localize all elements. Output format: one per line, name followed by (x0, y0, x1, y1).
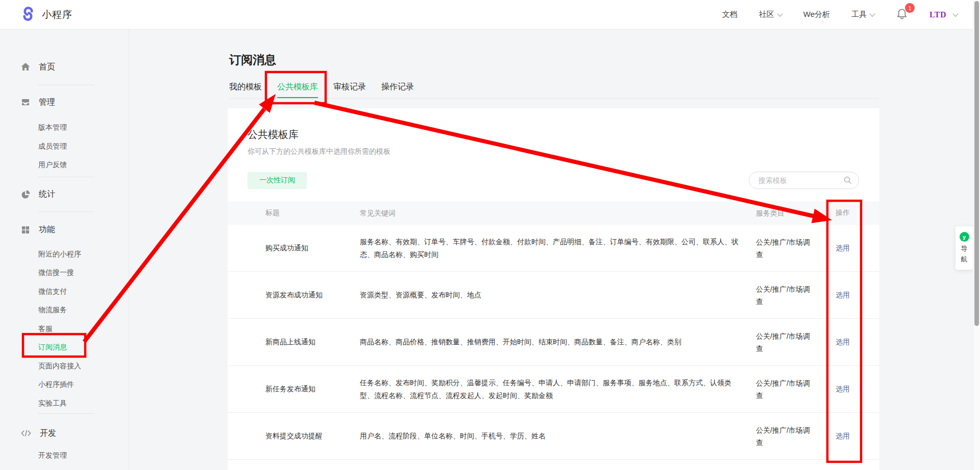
template-title-cell: 资源发布成功通知 (228, 291, 360, 300)
notification-bell-button[interactable]: 1 (896, 8, 908, 21)
template-category-cell: 公关/推广/市场调查 (756, 377, 827, 402)
search-icon (844, 176, 852, 184)
public-template-card: 公共模板库 你可从下方的公共模板库中选用你所需的模板 一次性订阅 标题 常见关键… (228, 108, 879, 470)
sidebar-item-develop[interactable]: 开发 (0, 427, 129, 440)
chevron-down-icon (777, 11, 782, 16)
page-title: 订阅消息 (229, 52, 276, 68)
nav-item-community[interactable]: 社区 (759, 10, 782, 19)
template-category-cell: 公关/推广/市场调查 (756, 330, 827, 355)
table-row: 新任务发布通知 任务名称、发布时间、奖励积分、温馨提示、任务编号、申请人、申请部… (228, 366, 879, 413)
scrollbar-track (973, 0, 980, 470)
template-title-cell: 购买成功通知 (228, 244, 360, 253)
account-logo: LTD (929, 10, 946, 19)
template-keywords-cell: 资源类型、资源概要、发布时间、地点 (360, 289, 756, 301)
sidebar-item-experimental-tools[interactable]: 实验工具 (0, 394, 129, 413)
sidebar-item-wechat-search[interactable]: 微信搜一搜 (0, 264, 129, 283)
select-template-link[interactable]: 选用 (836, 338, 850, 346)
sidebar-item-wechat-pay[interactable]: 微信支付 (0, 283, 129, 301)
nav-item-docs[interactable]: 文档 (722, 10, 738, 19)
template-title-cell: 新任务发布通知 (228, 385, 360, 394)
miniprogram-logo-icon[interactable] (20, 6, 36, 24)
col-header-keywords: 常见关键词 (360, 207, 756, 220)
template-category-cell: 公关/推广/市场调查 (756, 236, 827, 261)
pie-chart-icon (20, 190, 31, 200)
chevron-down-icon (952, 11, 958, 16)
floating-nav-button[interactable]: y 导 航 (955, 226, 973, 270)
select-template-link[interactable]: 选用 (836, 291, 850, 299)
col-header-title: 标题 (228, 208, 360, 218)
divider (38, 177, 94, 177)
sidebar-item-nearby-miniprogram[interactable]: 附近的小程序 (0, 245, 129, 264)
tab-public-library[interactable]: 公共模板库 (277, 82, 318, 97)
sidebar-item-logistics[interactable]: 物流服务 (0, 301, 129, 320)
nav-item-tools[interactable]: 工具 (851, 10, 874, 19)
tab-bar: 我的模板 公共模板库 审核记录 操作记录 (229, 82, 414, 97)
sidebar-item-user-feedback[interactable]: 用户反馈 (0, 156, 129, 175)
card-subheading: 你可从下方的公共模板库中选用你所需的模板 (248, 147, 859, 156)
table-row: 购买成功通知 服务名称、有效期、订单号、车牌号、付款金额、付款时间、产品明细、备… (228, 225, 879, 272)
table-row: 新商品上线通知 商品名称、商品价格、推销数量、推销费用、开始时间、结束时间、商品… (228, 319, 879, 366)
col-header-category: 服务类目 (756, 207, 827, 219)
template-title-cell: 新商品上线通知 (228, 338, 360, 347)
table-header: 标题 常见关键词 服务类目 操作 (228, 201, 879, 225)
sidebar-item-miniprogram-plugin[interactable]: 小程序插件 (0, 375, 129, 394)
template-keywords-cell: 任务名称、发布时间、奖励积分、温馨提示、任务编号、申请人、申请部门、服务事项、服… (360, 377, 756, 402)
table-row: 资源发布成功通知 资源类型、资源概要、发布时间、地点 公关/推广/市场调查 选用 (228, 272, 879, 319)
main-content: 订阅消息 我的模板 公共模板库 审核记录 操作记录 公共模板库 你可从下方的公共… (130, 30, 980, 470)
sidebar-item-subscribe-message[interactable]: 订阅消息 (0, 338, 129, 357)
app-title: 小程序 (42, 8, 72, 21)
sidebar-item-page-content-access[interactable]: 页面内容接入 (0, 357, 129, 376)
sidebar-item-home[interactable]: 首页 (0, 60, 129, 74)
nav-item-we-analytics[interactable]: We分析 (803, 10, 830, 19)
tab-operation-records[interactable]: 操作记录 (381, 82, 414, 97)
sidebar-item-customer-service[interactable]: 客服 (0, 320, 129, 339)
sidebar-item-version-management[interactable]: 版本管理 (0, 119, 129, 137)
search-template-box (749, 172, 859, 189)
search-input[interactable] (749, 172, 859, 189)
account-menu[interactable]: LTD (929, 10, 958, 19)
card-heading: 公共模板库 (248, 128, 859, 142)
template-keywords-cell: 用户名、流程阶段、单位名称、时间、手机号、学历、姓名 (360, 430, 756, 442)
nav-logo-icon: y (960, 232, 969, 242)
divider (38, 85, 94, 85)
select-template-link[interactable]: 选用 (836, 244, 850, 252)
divider (38, 413, 94, 414)
top-navbar: 小程序 文档 社区 We分析 工具 1 LTD (0, 0, 980, 30)
grid-icon (20, 225, 31, 235)
sidebar-item-statistics[interactable]: 统计 (0, 188, 129, 201)
code-icon (20, 428, 32, 438)
notification-count-badge: 1 (905, 3, 915, 13)
template-keywords-cell: 商品名称、商品价格、推销数量、推销费用、开始时间、结束时间、商品数量、备注、商户… (360, 336, 756, 348)
sidebar-item-member-management[interactable]: 成员管理 (0, 137, 129, 156)
table-row: 资料提交成功提醒 用户名、流程阶段、单位名称、时间、手机号、学历、姓名 公关/推… (228, 413, 879, 460)
home-icon (20, 62, 31, 72)
sidebar: 首页 管理 版本管理 成员管理 用户反馈 统计 功能 附近的小程序 微信搜一搜 … (0, 30, 129, 470)
select-template-link[interactable]: 选用 (836, 385, 850, 393)
sidebar-item-dev-management[interactable]: 开发管理 (0, 447, 129, 465)
chevron-down-icon (869, 11, 875, 16)
tab-my-templates[interactable]: 我的模板 (229, 82, 262, 97)
template-category-cell: 公关/推广/市场调查 (756, 424, 827, 449)
template-keywords-cell: 服务名称、有效期、订单号、车牌号、付款金额、付款时间、产品明细、备注、订单编号、… (360, 236, 756, 261)
template-table: 标题 常见关键词 服务类目 操作 购买成功通知 服务名称、有效期、订单号、车牌号… (228, 201, 879, 460)
col-header-action: 操作 (827, 208, 879, 218)
tray-icon (20, 97, 31, 107)
tab-review-records[interactable]: 审核记录 (333, 82, 366, 97)
divider (38, 212, 94, 212)
template-title-cell: 资料提交成功提醒 (228, 432, 360, 441)
one-time-subscribe-button[interactable]: 一次性订阅 (248, 172, 307, 189)
sidebar-item-manage[interactable]: 管理 (0, 96, 129, 109)
template-category-cell: 公关/推广/市场调查 (756, 283, 827, 308)
divider (229, 98, 879, 99)
scrollbar-thumb[interactable] (974, 1, 979, 326)
sidebar-item-features[interactable]: 功能 (0, 223, 129, 237)
select-template-link[interactable]: 选用 (836, 432, 850, 440)
